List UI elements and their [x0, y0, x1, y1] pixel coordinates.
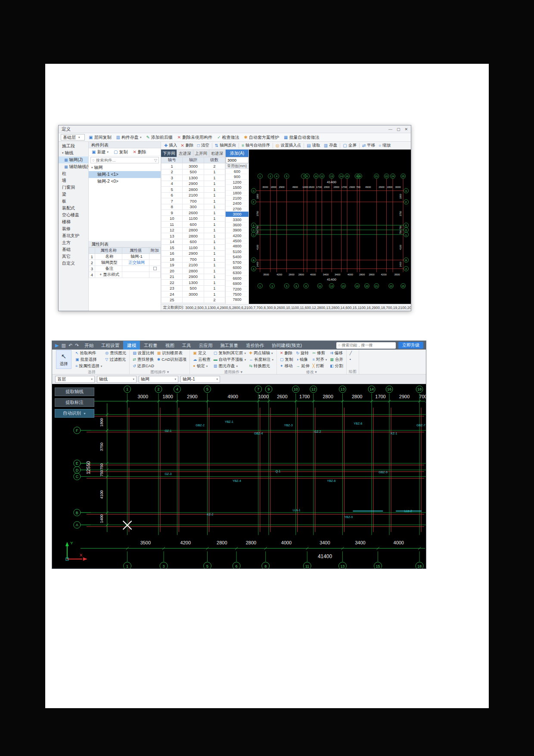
- set-scale-button[interactable]: ▤设置比例: [132, 350, 155, 356]
- nav-item-hollow-floor[interactable]: 空心楼盖: [59, 212, 88, 219]
- nav-item-custom[interactable]: 自定义: [59, 260, 88, 267]
- nav-item-slab[interactable]: 板: [59, 198, 88, 205]
- delete-unused-components-button[interactable]: ✕删除未使用构件: [177, 134, 213, 141]
- close-button[interactable]: ✕: [404, 127, 408, 131]
- tab-view[interactable]: 视图: [161, 341, 178, 350]
- common-value-item[interactable]: 4800: [226, 244, 248, 249]
- pan-view-button[interactable]: ⇄平移: [361, 142, 376, 149]
- common-value-item[interactable]: 6300: [226, 270, 248, 275]
- common-value-item[interactable]: 5400: [226, 254, 248, 259]
- batch-select-button[interactable]: ▣批量选择: [75, 356, 103, 363]
- axis-row[interactable]: 1629001: [161, 250, 225, 256]
- set-insert-point-button[interactable]: ◎设置插入点: [275, 142, 302, 149]
- nav-item-construction-section[interactable]: 施工段: [59, 143, 88, 150]
- nav-item-others[interactable]: 其它: [59, 253, 88, 260]
- nav-item-prefabricated[interactable]: 装配式: [59, 205, 88, 212]
- delete-component-button[interactable]: ✕删除: [132, 149, 147, 156]
- axis-row[interactable]: 146001: [161, 239, 225, 245]
- save-icon[interactable]: ▥: [60, 343, 67, 348]
- axis-row[interactable]: 2213001: [161, 280, 225, 286]
- definition-data-value[interactable]: 3000,2,500,3,1300,4,2900,5,2800,6,2100,7…: [185, 306, 411, 310]
- tab-top-span[interactable]: 上开间: [193, 150, 209, 157]
- filter-icon[interactable]: ▽: [154, 158, 157, 162]
- nav-item-door-window-opening[interactable]: 门窗洞: [59, 184, 88, 191]
- axis-row[interactable]: 313001: [161, 175, 225, 181]
- trim-button[interactable]: ✂修剪: [311, 350, 328, 356]
- property-row-1[interactable]: 1名称轴网-1: [89, 254, 161, 260]
- read-grid-button[interactable]: ▤读取: [306, 142, 321, 149]
- common-value-item[interactable]: 3000: [226, 212, 248, 217]
- align-button[interactable]: ≡对齐▾: [311, 356, 328, 363]
- identify-floor-table-button[interactable]: ▦识别楼层表: [156, 350, 188, 356]
- nav-item-decoration[interactable]: 装修: [59, 225, 88, 232]
- axis-row[interactable]: 528001: [161, 187, 225, 193]
- upgrade-button[interactable]: 立即升级: [398, 342, 423, 349]
- find-replace-button[interactable]: ⇄查找替换: [132, 356, 155, 363]
- line-tool-button[interactable]: ╱: [349, 350, 353, 356]
- axis-row[interactable]: 621001: [161, 192, 225, 198]
- axis-row[interactable]: 1328001: [161, 233, 225, 239]
- save-grid-button[interactable]: ▥存盘: [323, 142, 338, 149]
- common-value-item[interactable]: 4500: [226, 238, 248, 244]
- common-value-input[interactable]: [226, 157, 248, 163]
- nav-item-auxiliary-axis[interactable]: ▦辅助轴线(O): [59, 163, 88, 170]
- minimize-button[interactable]: —: [388, 127, 392, 131]
- common-value-item[interactable]: 6900: [226, 281, 248, 286]
- select-by-property-button[interactable]: ≡按属性选择▾: [75, 363, 103, 369]
- common-value-item[interactable]: 1200: [226, 180, 248, 185]
- maximize-button[interactable]: ▢: [397, 127, 400, 131]
- nav-item-foundation[interactable]: 基础: [59, 246, 88, 253]
- extract-axis-button[interactable]: 提取轴线: [55, 387, 94, 396]
- new-component-button[interactable]: ▣新建▾: [91, 149, 109, 156]
- add-button[interactable]: 添加(A): [226, 150, 248, 157]
- axis-row[interactable]: 926001: [161, 210, 225, 216]
- property-row-2[interactable]: 2轴网类型正交轴网: [89, 260, 161, 266]
- element-select[interactable]: 轴网-1▾: [180, 376, 220, 383]
- auto-apply-scheme-maintenance-button[interactable]: ✱自动套方案维护: [243, 134, 280, 141]
- select-big-button[interactable]: ↖选择: [56, 350, 71, 369]
- break-button[interactable]: ╳打断: [311, 363, 328, 369]
- cloud-check-button[interactable]: ☁云检查: [192, 356, 211, 363]
- tab-cost-collaboration[interactable]: 造价协作: [242, 341, 268, 350]
- delete-axis-button[interactable]: ✕删除: [180, 142, 194, 149]
- save-component-button[interactable]: ▥构件存盘▾: [115, 134, 142, 141]
- tab-start[interactable]: 开始: [81, 341, 97, 350]
- element-save-button[interactable]: ▥图元存盘▾: [213, 363, 247, 369]
- floor-select[interactable]: 基础层 ▾: [61, 134, 85, 141]
- auto-identify-button[interactable]: 自动识别▼: [55, 409, 94, 418]
- axis-row[interactable]: 187001: [161, 256, 225, 262]
- axis-row[interactable]: 1511001: [161, 245, 225, 251]
- nav-item-earthwork[interactable]: 土方: [59, 239, 88, 246]
- common-value-item[interactable]: 5700: [226, 260, 248, 265]
- delete-button[interactable]: ✕删除: [279, 350, 294, 356]
- tab-project-settings[interactable]: 工程设置: [97, 341, 123, 350]
- tree-item-grid-2[interactable]: 轴网-2 <0>: [89, 178, 161, 185]
- property-row-3[interactable]: 3备注: [89, 266, 161, 272]
- function-search-input[interactable]: [342, 343, 394, 347]
- undo-icon[interactable]: ↶: [67, 343, 74, 348]
- tab-tools[interactable]: 工具: [178, 341, 195, 350]
- pick-component-button[interactable]: ↖拾取构件: [75, 350, 103, 356]
- checkbox[interactable]: [153, 267, 157, 270]
- merge-button[interactable]: ▦合并: [329, 356, 344, 363]
- insert-axis-button[interactable]: ✚插入: [163, 142, 178, 149]
- axis-row[interactable]: 252: [161, 297, 225, 303]
- common-value-item[interactable]: 1500: [226, 185, 248, 190]
- offset-button[interactable]: ⇉偏移: [329, 350, 344, 356]
- app-logo-icon[interactable]: ▶: [54, 343, 60, 348]
- tab-right-depth[interactable]: 右进深: [209, 150, 225, 157]
- tab-construction-quantity[interactable]: 施工算量: [216, 341, 242, 350]
- nav-item-beam[interactable]: 梁: [59, 191, 88, 198]
- axis-row[interactable]: 1228001: [161, 227, 225, 233]
- axis-row[interactable]: 429001: [161, 181, 225, 187]
- split-button[interactable]: ◧分割: [329, 363, 344, 369]
- common-value-item[interactable]: 600: [226, 169, 248, 174]
- common-value-item[interactable]: 3300: [226, 217, 248, 222]
- add-prefix-suffix-button[interactable]: ✎添加前后缀: [145, 134, 173, 141]
- redo-icon[interactable]: ↷: [74, 343, 80, 348]
- common-value-item[interactable]: 2100: [226, 196, 248, 201]
- tree-item-grid-1[interactable]: 轴网-1 <1>: [89, 171, 161, 178]
- common-value-item[interactable]: 1800: [226, 191, 248, 196]
- function-search[interactable]: ○: [336, 342, 396, 349]
- lock-button[interactable]: ●锁定▾: [192, 363, 211, 369]
